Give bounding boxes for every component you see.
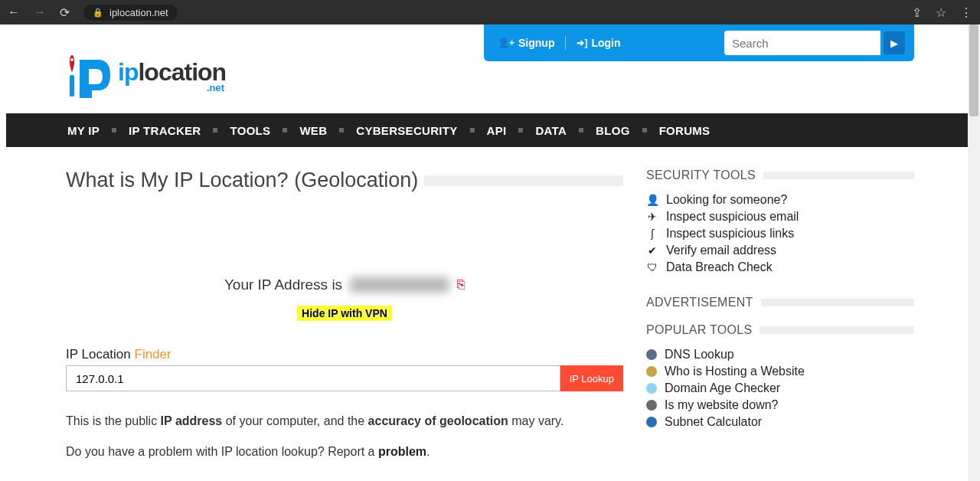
nav-separator — [518, 128, 523, 133]
share-icon[interactable]: ⇪ — [912, 5, 922, 20]
url-text: iplocation.net — [109, 7, 168, 18]
nav-ip-tracker[interactable]: IP TRACKER — [129, 124, 201, 137]
main-column: What is My IP Location? (Geolocation) Yo… — [66, 169, 623, 459]
hook-icon: ʃ — [646, 227, 658, 240]
tool-website-down[interactable]: Is my website down? — [646, 397, 914, 414]
tool-dns-lookup[interactable]: DNS Lookup — [646, 346, 914, 363]
security-tools-heading: SECURITY TOOLS — [646, 169, 914, 182]
popular-tools-heading: POPULAR TOOLS — [646, 323, 914, 337]
separator — [565, 36, 566, 50]
scrollbar-thumb[interactable] — [969, 25, 978, 116]
send-icon: ✈ — [646, 211, 658, 223]
ip-line: Your IP Address is ⎘ — [224, 276, 465, 293]
ip-label: Your IP Address is — [224, 276, 342, 293]
login-link[interactable]: ➜] Login — [577, 37, 620, 49]
dot-icon — [646, 349, 657, 360]
reload-icon[interactable]: ⟳ — [60, 5, 70, 20]
play-icon: ▶ — [890, 38, 898, 49]
login-label: Login — [591, 37, 620, 49]
dot-icon — [646, 417, 657, 427]
nav-separator — [283, 128, 287, 133]
report-problem-link[interactable]: problem — [378, 445, 426, 458]
nav-separator — [339, 128, 344, 133]
tool-data-breach[interactable]: 🛡Data Breach Check — [646, 259, 914, 276]
nav-forums[interactable]: FORUMS — [659, 124, 710, 137]
signup-label: Signup — [518, 37, 554, 49]
shield-icon: 🛡 — [646, 261, 658, 273]
tool-subnet-calc[interactable]: Subnet Calculator — [646, 414, 914, 430]
address-bar[interactable]: 🔒 iplocation.net — [83, 5, 178, 21]
advertisement-heading: ADVERTISEMENT — [646, 296, 914, 309]
nav-separator — [213, 128, 217, 133]
nav-web[interactable]: WEB — [299, 124, 327, 137]
svg-rect-1 — [70, 75, 74, 97]
person-icon: 👤 — [646, 194, 658, 206]
tool-verify-email[interactable]: ✔Verify email address — [646, 242, 914, 259]
nav-blog[interactable]: BLOG — [596, 124, 630, 137]
logo-icon — [66, 52, 113, 100]
search-input[interactable] — [724, 31, 880, 55]
popular-tools-list: DNS Lookup Who is Hosting a Website Doma… — [646, 346, 914, 430]
main-nav: MY IP IP TRACKER TOOLS WEB CYBERSECURITY… — [6, 113, 974, 147]
tool-looking-for-someone[interactable]: 👤Looking for someone? — [646, 191, 914, 208]
tool-inspect-links[interactable]: ʃInspect suspicious links — [646, 225, 914, 242]
top-bar: 👤+ Signup ➜] Login ▶ — [484, 25, 914, 61]
dot-icon — [646, 383, 657, 394]
info-paragraph-2: Do you have a problem with IP location l… — [66, 445, 623, 459]
tool-domain-age[interactable]: Domain Age Checker — [646, 380, 914, 397]
hide-ip-vpn-link[interactable]: Hide IP with VPN — [297, 306, 392, 321]
dot-icon — [646, 366, 657, 377]
ip-lookup-button[interactable]: IP Lookup — [560, 365, 623, 391]
menu-icon[interactable]: ⋮ — [960, 5, 972, 20]
ip-value-blurred — [350, 277, 449, 293]
browser-chrome: ← → ⟳ 🔒 iplocation.net ⇪ ☆ ⋮ — [0, 0, 980, 25]
dot-icon — [646, 400, 657, 411]
nav-separator — [470, 128, 475, 133]
ip-finder-input[interactable] — [66, 365, 560, 391]
nav-separator — [112, 128, 116, 133]
signup-icon: 👤+ — [498, 38, 514, 48]
nav-data[interactable]: DATA — [535, 124, 567, 137]
forward-icon[interactable]: → — [34, 5, 46, 19]
check-icon: ✔ — [646, 244, 658, 257]
login-icon: ➜] — [577, 38, 587, 48]
nav-my-ip[interactable]: MY IP — [67, 124, 100, 137]
back-icon[interactable]: ← — [8, 5, 20, 19]
info-paragraph-1: This is the public IP address of your co… — [66, 414, 623, 428]
nav-separator — [642, 128, 647, 133]
tool-who-hosting[interactable]: Who is Hosting a Website — [646, 363, 914, 380]
nav-cybersecurity[interactable]: CYBERSECURITY — [356, 124, 457, 137]
tool-inspect-email[interactable]: ✈Inspect suspicious email — [646, 208, 914, 225]
signup-link[interactable]: 👤+ Signup — [498, 37, 554, 49]
copy-icon[interactable]: ⎘ — [457, 277, 465, 293]
nav-separator — [579, 128, 583, 133]
star-icon[interactable]: ☆ — [936, 5, 946, 20]
scrollbar[interactable]: ▴ — [968, 25, 980, 474]
lock-icon: 🔒 — [93, 8, 103, 18]
nav-api[interactable]: API — [487, 124, 507, 137]
finder-heading: IP Location Finder — [66, 347, 623, 362]
sidebar: SECURITY TOOLS 👤Looking for someone? ✈In… — [646, 169, 914, 459]
page: 👤+ Signup ➜] Login ▶ — [6, 25, 974, 474]
page-title: What is My IP Location? (Geolocation) — [66, 169, 623, 192]
svg-point-0 — [70, 58, 74, 61]
security-tools-list: 👤Looking for someone? ✈Inspect suspiciou… — [646, 191, 914, 276]
nav-tools[interactable]: TOOLS — [230, 124, 270, 137]
search-button[interactable]: ▶ — [884, 31, 905, 54]
